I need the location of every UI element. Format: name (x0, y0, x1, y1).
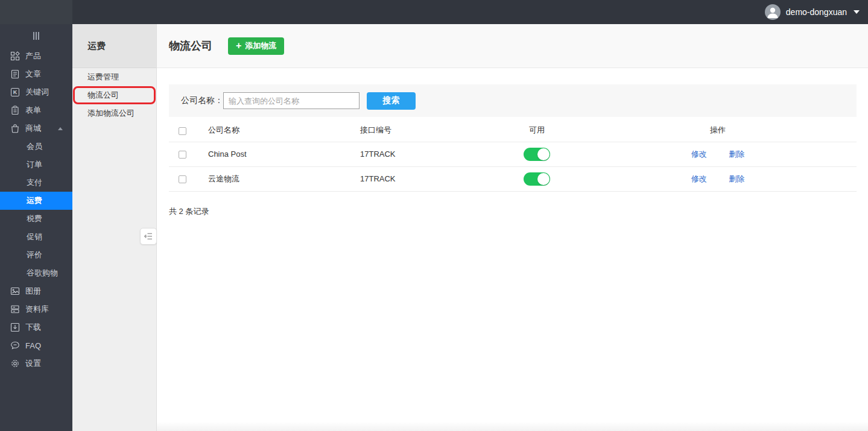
keyword-icon: K (10, 87, 20, 97)
sidebar-subitem-payment[interactable]: 支付 (0, 174, 72, 192)
sidebar-item-label: 文章 (25, 69, 41, 80)
collapse-bars-icon (33, 32, 39, 40)
column-header-company-name: 公司名称 (196, 119, 350, 142)
row-checkbox[interactable] (179, 151, 186, 159)
secondary-sidebar-title: 运费 (72, 24, 156, 68)
main-content: 物流公司 + 添加物流 公司名称： 搜索 公司名称 接口编号 可用 操作 (157, 24, 868, 431)
search-button[interactable]: 搜索 (367, 92, 416, 110)
company-name-input[interactable] (223, 92, 360, 109)
article-icon (10, 69, 20, 79)
sidebar-subitem-shipping[interactable]: 运费 (0, 192, 72, 210)
user-name: demo-dongxuan (786, 7, 847, 17)
products-grid-icon (10, 51, 20, 61)
sidebar-item-forms[interactable]: 表单 (0, 101, 72, 119)
user-menu[interactable]: demo-dongxuan (765, 0, 860, 24)
delete-link[interactable]: 删除 (729, 174, 744, 183)
enabled-toggle[interactable] (524, 172, 550, 186)
column-header-api-code: 接口编号 (350, 119, 495, 142)
toggle-knob (537, 173, 550, 185)
sidebar-item-articles[interactable]: 文章 (0, 65, 72, 83)
company-name-cell: China Post (196, 142, 350, 166)
column-header-actions: 操作 (579, 119, 857, 142)
sidebar-item-products[interactable]: 产品 (0, 47, 72, 65)
submenu-item-logistics-companies[interactable]: 物流公司 (72, 86, 156, 104)
record-count: 共 2 条记录 (169, 206, 857, 217)
sidebar-item-label: FAQ (25, 341, 41, 350)
add-logistics-button-label: 添加物流 (245, 40, 276, 51)
table-row: 云途物流 17TRACK 修改 删除 (169, 166, 857, 191)
user-avatar-icon (765, 4, 781, 20)
toggle-knob (537, 148, 550, 160)
faq-bubble-icon (10, 341, 20, 350)
submenu-collapse-button[interactable] (140, 228, 157, 245)
sidebar-item-keywords[interactable]: K 关键词 (0, 83, 72, 101)
chevron-down-icon (854, 10, 860, 14)
mall-bag-icon (10, 124, 20, 133)
secondary-sidebar: 运费 运费管理 物流公司 添加物流公司 (72, 24, 157, 431)
library-icon (10, 304, 20, 314)
add-logistics-button[interactable]: + 添加物流 (228, 37, 284, 55)
logistics-table: 公司名称 接口编号 可用 操作 China Post 17TRACK 修改 删除 (169, 119, 857, 192)
select-all-checkbox[interactable] (179, 127, 186, 135)
album-icon (10, 286, 20, 296)
table-header-row: 公司名称 接口编号 可用 操作 (169, 119, 857, 142)
delete-link[interactable]: 删除 (729, 149, 744, 159)
sidebar-item-downloads[interactable]: 下载 (0, 318, 72, 336)
sidebar-item-settings[interactable]: 设置 (0, 354, 72, 373)
sidebar-collapse-button[interactable] (0, 24, 72, 47)
download-icon (10, 322, 20, 332)
sidebar-item-mall[interactable]: 商城 (0, 119, 72, 137)
api-code-cell: 17TRACK (350, 142, 495, 166)
plus-icon: + (236, 41, 241, 51)
search-bar: 公司名称： 搜索 (169, 84, 857, 117)
sidebar-subitem-google-shopping[interactable]: 谷歌购物 (0, 264, 72, 282)
sidebar-item-label: 关键词 (25, 87, 49, 98)
page-title: 物流公司 (169, 39, 212, 53)
company-name-label: 公司名称： (181, 95, 223, 106)
sidebar-subitem-tax[interactable]: 税费 (0, 210, 72, 228)
company-name-cell: 云途物流 (196, 166, 350, 191)
submenu-item-add-logistics-company[interactable]: 添加物流公司 (72, 104, 156, 122)
sidebar-item-label: 表单 (25, 105, 41, 116)
api-code-cell: 17TRACK (350, 166, 495, 191)
edit-link[interactable]: 修改 (691, 174, 707, 183)
sidebar-subitem-orders[interactable]: 订单 (0, 156, 72, 174)
column-header-available: 可用 (495, 119, 579, 142)
sidebar: 产品 文章 K 关键词 表单 商城 会员 订单 支付 运费 税费 促销 评价 谷… (0, 24, 72, 431)
sidebar-subitem-promotion[interactable]: 促销 (0, 228, 72, 246)
page-header: 物流公司 + 添加物流 (157, 24, 868, 68)
sidebar-item-label: 图册 (25, 286, 41, 297)
submenu-item-shipping-management[interactable]: 运费管理 (72, 68, 156, 86)
sidebar-item-label: 设置 (25, 358, 41, 369)
enabled-toggle[interactable] (524, 148, 550, 161)
sidebar-item-label: 商城 (25, 123, 41, 134)
sidebar-item-label: 产品 (25, 51, 41, 61)
sidebar-item-label: 资料库 (25, 304, 49, 315)
sidebar-item-library[interactable]: 资料库 (0, 300, 72, 318)
topbar: demo-dongxuan (0, 0, 868, 24)
form-icon (10, 105, 20, 115)
sidebar-item-faq[interactable]: FAQ (0, 336, 72, 354)
edit-link[interactable]: 修改 (691, 149, 707, 159)
row-checkbox[interactable] (179, 175, 186, 183)
sidebar-subitem-reviews[interactable]: 评价 (0, 246, 72, 264)
sidebar-item-albums[interactable]: 图册 (0, 282, 72, 300)
sidebar-subitem-members[interactable]: 会员 (0, 137, 72, 156)
sidebar-item-label: 下载 (25, 322, 41, 333)
chevron-up-icon (58, 127, 63, 130)
gear-icon (10, 359, 20, 368)
logo-area (0, 0, 72, 24)
collapse-menu-icon (144, 231, 153, 241)
table-row: China Post 17TRACK 修改 删除 (169, 142, 857, 166)
